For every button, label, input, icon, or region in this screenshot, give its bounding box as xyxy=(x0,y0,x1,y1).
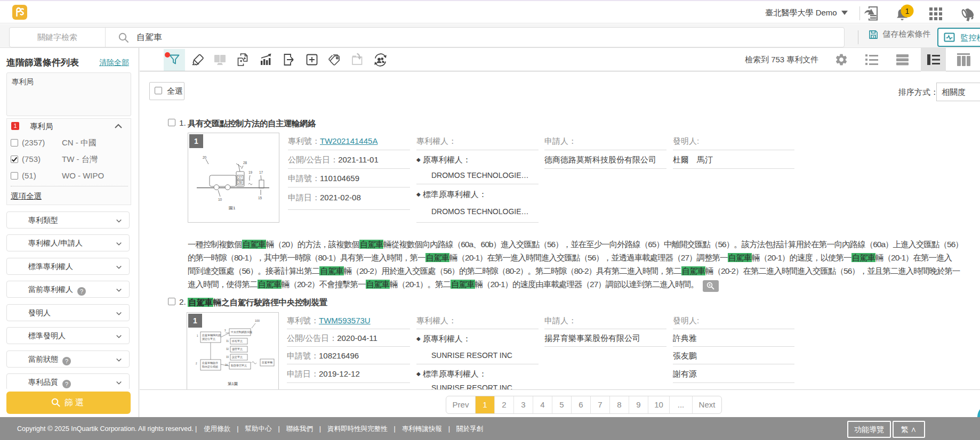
svg-text:1: 1 xyxy=(197,335,198,337)
svg-text:34: 34 xyxy=(225,364,228,366)
svg-text:28: 28 xyxy=(238,181,243,184)
svg-text:28: 28 xyxy=(243,161,247,165)
svg-text:19: 19 xyxy=(248,170,253,174)
svg-text:32: 32 xyxy=(226,348,229,351)
svg-text:33: 33 xyxy=(226,356,229,358)
svg-text:設定單元: 設定單元 xyxy=(232,355,243,359)
svg-text:動態學習單元: 動態學習單元 xyxy=(231,364,247,368)
svg-text:動內定位模組: 動內定位模組 xyxy=(202,365,218,369)
svg-text:測定位單元: 測定位單元 xyxy=(202,337,215,341)
svg-text:儲存單元: 儲存單元 xyxy=(231,347,243,351)
svg-text:第1圖: 第1圖 xyxy=(228,381,238,386)
svg-text:1: 1 xyxy=(905,7,910,15)
svg-text:自駕車輛陣列感: 自駕車輛陣列感 xyxy=(202,333,221,337)
svg-text:自駕車輛: 自駕車輛 xyxy=(262,361,272,364)
svg-text:2: 2 xyxy=(196,362,197,365)
svg-text:17: 17 xyxy=(259,170,263,174)
svg-text:自駕車輛啟停: 自駕車輛啟停 xyxy=(202,361,218,365)
svg-text:圖1: 圖1 xyxy=(229,206,236,210)
svg-text:10: 10 xyxy=(218,198,222,201)
svg-text:3: 3 xyxy=(224,329,226,332)
svg-text:15: 15 xyxy=(258,196,262,200)
svg-text:31: 31 xyxy=(226,340,229,343)
svg-text:排程單元: 排程單元 xyxy=(231,339,243,343)
svg-text:100: 100 xyxy=(255,319,260,322)
svg-text:27: 27 xyxy=(238,176,243,180)
svg-text:中央控制網路伺服: 中央控制網路伺服 xyxy=(231,330,252,334)
svg-text:20: 20 xyxy=(203,156,207,159)
